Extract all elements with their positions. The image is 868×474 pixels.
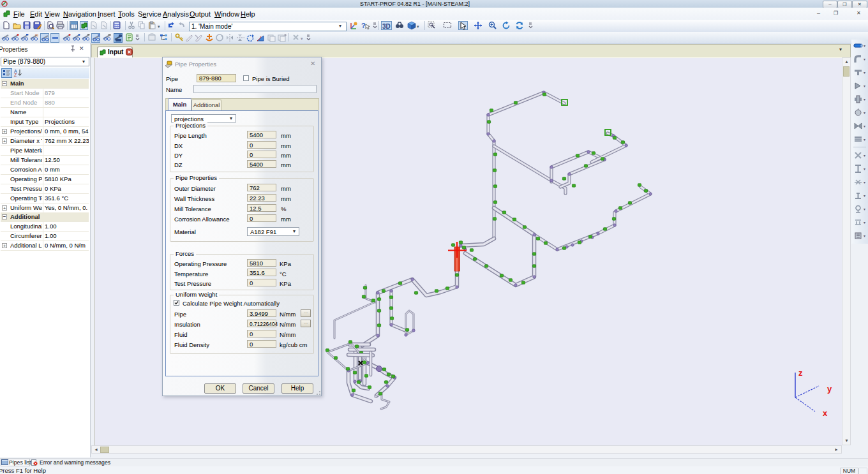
svg-text:Z: Z bbox=[14, 73, 17, 77]
svg-text:y: y bbox=[827, 384, 832, 394]
svg-text:x: x bbox=[823, 408, 828, 418]
svg-text:01: 01 bbox=[35, 33, 38, 37]
svg-text:?: ? bbox=[361, 22, 366, 29]
svg-text:3D: 3D bbox=[382, 23, 391, 30]
svg-text:z: z bbox=[798, 368, 803, 378]
